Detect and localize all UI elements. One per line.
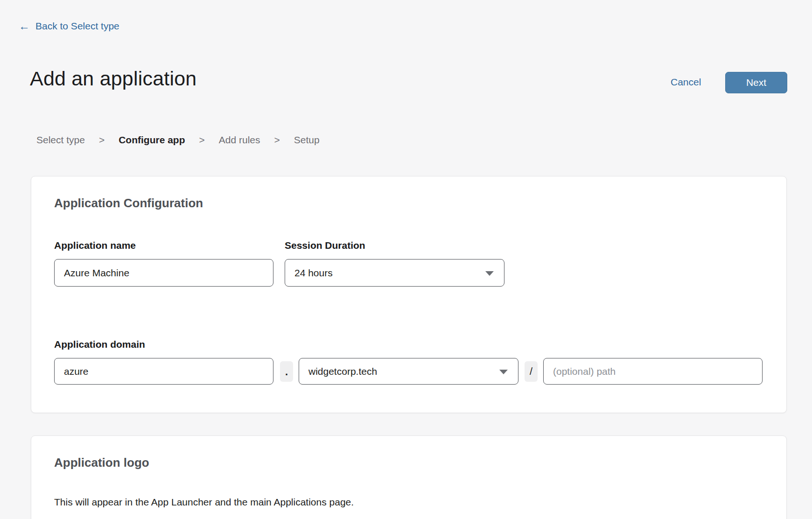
breadcrumb-separator: > <box>99 134 105 146</box>
application-logo-title: Application logo <box>54 456 149 470</box>
cancel-button[interactable]: Cancel <box>671 77 701 88</box>
back-link-label: Back to Select type <box>35 21 119 32</box>
dot-separator: . <box>280 361 293 382</box>
subdomain-input[interactable] <box>54 358 273 385</box>
chevron-down-icon <box>499 370 508 374</box>
breadcrumb-separator: > <box>274 134 280 146</box>
step-setup[interactable]: Setup <box>294 134 320 146</box>
back-link[interactable]: ← Back to Select type <box>19 21 119 32</box>
application-configuration-card: Application Configuration Application na… <box>31 176 787 413</box>
application-configuration-title: Application Configuration <box>54 196 203 210</box>
session-duration-select[interactable]: 24 hours <box>285 259 504 287</box>
breadcrumb: Select type > Configure app > Add rules … <box>36 134 320 146</box>
page-title: Add an application <box>30 67 196 90</box>
domain-select-value: widgetcorp.tech <box>308 366 377 377</box>
session-duration-label: Session Duration <box>285 240 365 251</box>
session-duration-value: 24 hours <box>294 267 333 279</box>
application-name-input[interactable] <box>54 259 273 287</box>
path-input[interactable] <box>543 358 763 385</box>
left-arrow-icon: ← <box>19 21 30 32</box>
next-button[interactable]: Next <box>725 72 787 93</box>
step-add-rules[interactable]: Add rules <box>219 134 260 146</box>
breadcrumb-separator: > <box>199 134 205 146</box>
chevron-down-icon <box>485 271 494 276</box>
slash-separator: / <box>525 361 538 382</box>
application-name-label: Application name <box>54 240 136 251</box>
domain-select[interactable]: widgetcorp.tech <box>299 358 518 385</box>
application-logo-description: This will appear in the App Launcher and… <box>54 497 354 508</box>
application-domain-label: Application domain <box>54 339 145 350</box>
application-logo-card: Application logo This will appear in the… <box>31 435 787 519</box>
step-configure-app[interactable]: Configure app <box>119 134 185 146</box>
step-select-type[interactable]: Select type <box>36 134 85 146</box>
